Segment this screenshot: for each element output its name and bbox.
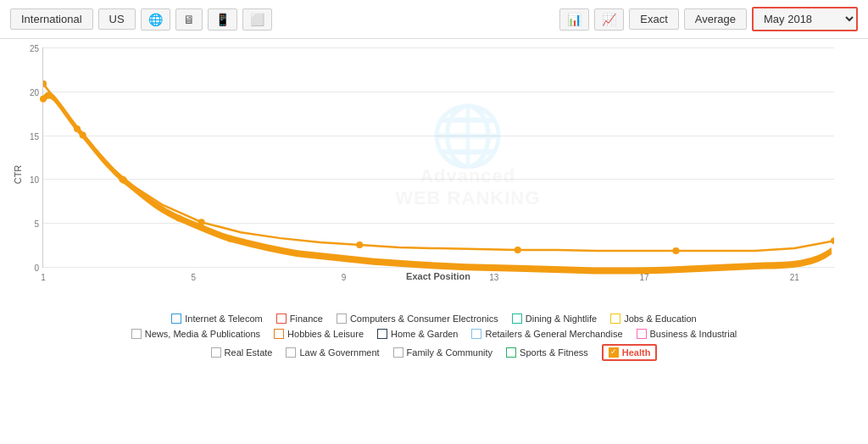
health-legend-item[interactable]: Health xyxy=(602,344,658,361)
y-tick-10: 10 xyxy=(30,175,43,185)
dot-pos9 xyxy=(356,241,363,248)
legend-family: Family & Community xyxy=(393,347,492,358)
legend-law: Law & Government xyxy=(286,347,379,358)
line-chart-icon-button[interactable]: 📈 xyxy=(594,8,624,31)
legend-checkbox-business[interactable] xyxy=(637,329,647,339)
legend-row-1: Internet & Telecom Finance Computers & C… xyxy=(17,314,851,324)
x-tick-13: 13 xyxy=(489,273,498,282)
toolbar: International US 🌐 🖥 📱 ⬜ 📊 📈 Exact Avera… xyxy=(0,0,868,39)
legend-label-hobbies: Hobbies & Leisure xyxy=(287,329,364,339)
legend-internet-telecom: Internet & Telecom xyxy=(171,314,263,324)
legend-area: Internet & Telecom Finance Computers & C… xyxy=(0,310,868,361)
legend-checkbox-hobbies[interactable] xyxy=(274,329,284,339)
x-tick-21: 21 xyxy=(790,273,799,282)
legend-row-3: Real Estate Law & Government Family & Co… xyxy=(17,344,851,361)
legend-checkbox-dining[interactable] xyxy=(512,314,522,324)
legend-dining: Dining & Nightlife xyxy=(512,314,597,324)
legend-checkbox-news[interactable] xyxy=(131,329,142,339)
legend-checkbox-sports[interactable] xyxy=(506,347,516,358)
y-tick-0: 0 xyxy=(34,264,43,273)
legend-computers: Computers & Consumer Electronics xyxy=(337,314,498,324)
x-tick-5: 5 xyxy=(191,273,196,282)
legend-checkbox-law[interactable] xyxy=(286,347,296,358)
legend-label-sports: Sports & Fitness xyxy=(520,347,588,358)
dot-pos3 xyxy=(119,175,125,182)
legend-label-finance: Finance xyxy=(290,314,323,324)
exact-button[interactable]: Exact xyxy=(629,8,679,30)
date-select-wrapper: May 2018 April 2018 March 2018 February … xyxy=(752,7,858,31)
legend-label-business: Business & Industrial xyxy=(650,329,737,339)
international-button[interactable]: International xyxy=(10,8,93,30)
legend-label-home: Home & Garden xyxy=(391,329,458,339)
y-tick-25: 25 xyxy=(30,44,43,53)
us-button[interactable]: US xyxy=(98,8,136,30)
legend-checkbox-internet[interactable] xyxy=(171,314,181,324)
bar-chart-icon-button[interactable]: 📊 xyxy=(559,8,589,31)
x-tick-1: 1 xyxy=(41,273,46,282)
y-axis-label: CTR xyxy=(13,165,23,185)
dot-pos2 xyxy=(80,132,86,139)
chart-area: 25 20 15 10 5 0 1 5 9 13 17 21 🌐 Advance… xyxy=(42,47,834,268)
legend-row-2: News, Media & Publications Hobbies & Lei… xyxy=(17,329,851,339)
legend-hobbies: Hobbies & Leisure xyxy=(274,329,364,339)
average-button[interactable]: Average xyxy=(684,8,747,30)
legend-finance: Finance xyxy=(276,314,323,324)
legend-checkbox-realestate[interactable] xyxy=(211,347,221,358)
chart-container: CTR 25 20 15 10 5 0 1 5 9 13 17 21 🌐 Adv… xyxy=(0,39,868,310)
legend-label-news: News, Media & Publications xyxy=(145,329,260,339)
legend-label-realestate: Real Estate xyxy=(225,347,273,358)
dot-pos5 xyxy=(198,219,205,225)
legend-label-family: Family & Community xyxy=(407,347,492,358)
x-tick-9: 9 xyxy=(342,273,347,282)
legend-business: Business & Industrial xyxy=(637,329,737,339)
legend-news: News, Media & Publications xyxy=(131,329,260,339)
legend-checkbox-retailers[interactable] xyxy=(471,329,481,339)
legend-realestate: Real Estate xyxy=(211,347,273,358)
legend-label-jobs: Jobs & Education xyxy=(624,314,697,324)
ctr-line xyxy=(43,84,834,251)
legend-label-law: Law & Government xyxy=(299,347,379,358)
legend-retailers: Retailers & General Merchandise xyxy=(471,329,622,339)
dot-pos21 xyxy=(831,237,834,244)
y-tick-15: 15 xyxy=(30,131,43,141)
legend-label-computers: Computers & Consumer Electronics xyxy=(350,314,498,324)
globe-icon-button[interactable]: 🌐 xyxy=(141,8,170,31)
y-tick-20: 20 xyxy=(30,87,43,97)
legend-sports: Sports & Fitness xyxy=(506,347,588,358)
x-tick-17: 17 xyxy=(640,273,649,282)
legend-checkbox-family[interactable] xyxy=(393,347,403,358)
chart-line-svg xyxy=(43,47,834,267)
legend-jobs: Jobs & Education xyxy=(610,314,697,324)
desktop-icon-button[interactable]: 🖥 xyxy=(175,8,203,31)
legend-label-dining: Dining & Nightlife xyxy=(526,314,597,324)
legend-label-health: Health xyxy=(622,347,651,358)
legend-checkbox-health[interactable] xyxy=(609,347,619,358)
date-select[interactable]: May 2018 April 2018 March 2018 February … xyxy=(754,8,856,30)
mobile-icon-button[interactable]: 📱 xyxy=(208,8,237,31)
legend-label-retailers: Retailers & General Merchandise xyxy=(485,329,622,339)
legend-checkbox-computers[interactable] xyxy=(337,314,347,324)
dot-pos13 xyxy=(515,247,521,253)
legend-checkbox-home[interactable] xyxy=(377,329,387,339)
legend-checkbox-jobs[interactable] xyxy=(610,314,620,324)
legend-home: Home & Garden xyxy=(377,329,458,339)
tablet-icon-button[interactable]: ⬜ xyxy=(242,8,272,31)
dot-pos17 xyxy=(672,247,679,254)
x-axis-label: Exact Position xyxy=(42,271,834,281)
legend-label-internet: Internet & Telecom xyxy=(185,314,263,324)
legend-checkbox-finance[interactable] xyxy=(276,314,287,324)
y-tick-5: 5 xyxy=(34,219,43,229)
